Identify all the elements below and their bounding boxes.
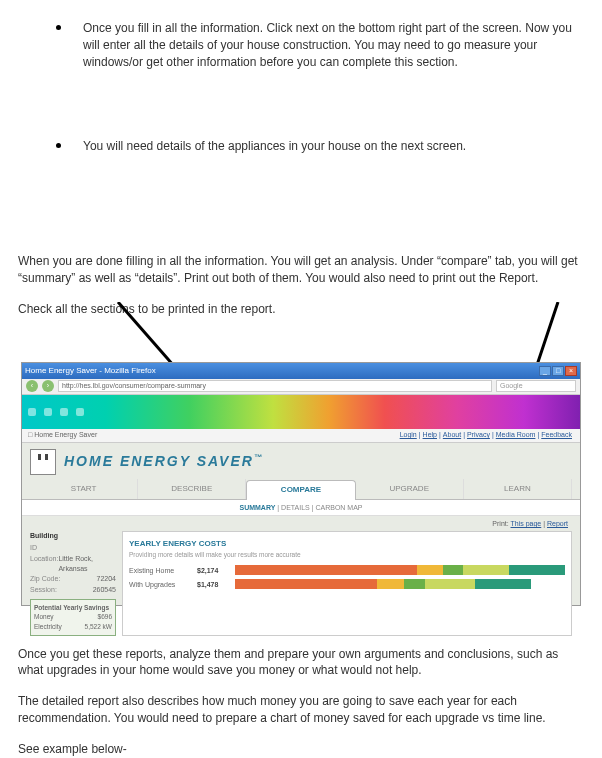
top-link[interactable]: Privacy [467, 430, 490, 440]
bar-value: $1,478 [197, 580, 227, 590]
subtab-summary[interactable]: SUMMARY [239, 504, 275, 511]
browser-tab-label: Home Energy Saver [34, 431, 97, 438]
bar-chart: Existing Home$2,174With Upgrades$1,478 [129, 565, 565, 589]
top-link[interactable]: Media Room [496, 430, 536, 440]
main-tabs: START DESCRIBE COMPARE UPGRADE LEARN [22, 479, 580, 500]
chart-panel: YEARLY ENERGY COSTS Providing more detai… [122, 531, 572, 636]
tab-compare[interactable]: COMPARE [246, 480, 355, 500]
paragraph-detailed-report: The detailed report also describes how m… [18, 693, 584, 727]
search-box[interactable]: Google [496, 380, 576, 392]
savings-box: Potential Yearly Savings Money$696 Elect… [30, 599, 116, 636]
bar-container [235, 565, 565, 575]
tab-learn[interactable]: LEARN [464, 479, 572, 499]
subtab-details[interactable]: DETAILS [281, 504, 310, 511]
back-button[interactable]: ‹ [26, 380, 38, 392]
bullet-text: You will need details of the appliances … [83, 138, 584, 155]
paragraph-check: Check all the sections to be printed in … [18, 301, 584, 318]
bullet-item: Once you fill in all the information. Cl… [18, 20, 584, 70]
bar-container [235, 579, 531, 589]
paragraph-see-example: See example below- [18, 741, 584, 758]
bar-label: Existing Home [129, 566, 189, 576]
minimize-button[interactable]: _ [539, 366, 551, 376]
sidebar-row: Session:260545 [30, 585, 116, 595]
sidebar-row: Zip Code:72204 [30, 574, 116, 584]
url-bar[interactable]: http://hes.lbl.gov/consumer/compare-summ… [58, 380, 492, 392]
bar-label: With Upgrades [129, 580, 189, 590]
subtabs: SUMMARY | DETAILS | CARBON MAP [22, 500, 580, 517]
top-links-bar: □ Home Energy Saver Login | Help | About… [22, 429, 580, 443]
bar-row: Existing Home$2,174 [129, 565, 565, 575]
forward-button[interactable]: › [42, 380, 54, 392]
sidebar: Building ID Location:Little Rock, Arkans… [30, 531, 116, 636]
paragraph-after-reports: Once you get these reports, analyze them… [18, 646, 584, 680]
tab-describe[interactable]: DESCRIBE [138, 479, 246, 499]
paragraph-analysis: When you are done filling in all the inf… [18, 253, 584, 287]
top-link[interactable]: Help [423, 430, 437, 440]
bullet-item: You will need details of the appliances … [18, 138, 584, 155]
app-title: HOME ENERGY SAVER™ [64, 452, 264, 472]
print-report-link[interactable]: Report [547, 520, 568, 527]
subtab-carbon[interactable]: CARBON MAP [315, 504, 362, 511]
top-link[interactable]: Login [400, 430, 417, 440]
chart-title: YEARLY ENERGY COSTS [129, 538, 565, 549]
window-title: Home Energy Saver - Mozilla Firefox [25, 365, 156, 376]
print-row: Print: This page | Report [30, 516, 572, 529]
top-link[interactable]: Feedback [541, 430, 572, 440]
bullet-text: Once you fill in all the information. Cl… [83, 20, 584, 70]
bullet-dot-icon [56, 25, 61, 30]
tab-start[interactable]: START [30, 479, 138, 499]
sidebar-row: Location:Little Rock, Arkansas [30, 554, 116, 574]
bullet-dot-icon [56, 143, 61, 148]
bookmark-bar [22, 395, 580, 429]
tab-upgrade[interactable]: UPGRADE [356, 479, 464, 499]
print-this-page-link[interactable]: This page [511, 520, 542, 527]
window-titlebar: Home Energy Saver - Mozilla Firefox _ □ … [22, 363, 580, 379]
chart-subtitle: Providing more details will make your re… [129, 550, 565, 559]
bar-row: With Upgrades$1,478 [129, 579, 565, 589]
maximize-button[interactable]: □ [552, 366, 564, 376]
close-button[interactable]: × [565, 366, 577, 376]
top-link[interactable]: About [443, 430, 461, 440]
bar-value: $2,174 [197, 566, 227, 576]
browser-window: Home Energy Saver - Mozilla Firefox _ □ … [21, 362, 581, 606]
browser-navbar: ‹ › http://hes.lbl.gov/consumer/compare-… [22, 379, 580, 395]
plug-icon [30, 449, 56, 475]
